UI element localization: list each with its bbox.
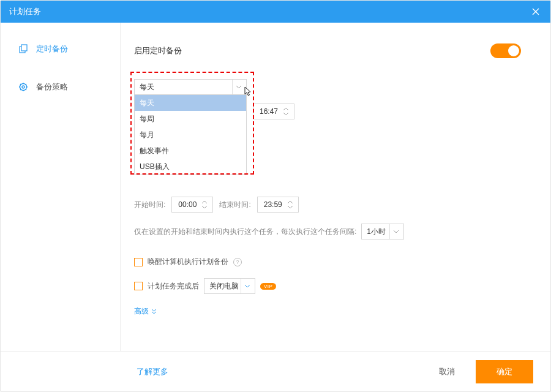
schedule-area: 每天 每天 每周 每月 触发事件 USB插入 (134, 79, 521, 317)
chevron-down-icon (241, 279, 250, 293)
spin-down-icon[interactable] (283, 112, 289, 116)
ok-button[interactable]: 确定 (476, 360, 533, 383)
enable-toggle[interactable] (490, 43, 521, 58)
dropdown-option[interactable]: 每月 (135, 127, 246, 143)
end-label: 结束时间: (219, 200, 250, 210)
sidebar-item-label: 定时备份 (36, 43, 68, 55)
start-label: 开始时间: (134, 200, 165, 210)
sidebar-item-scheduled-backup[interactable]: 定时备份 (1, 37, 120, 61)
svg-point-3 (22, 86, 24, 88)
wake-checkbox[interactable] (134, 258, 143, 266)
after-task-label: 计划任务完成后 (148, 281, 199, 292)
start-time-spinner[interactable]: 00:00 (171, 197, 213, 213)
dropdown-option[interactable]: 每天 (135, 95, 246, 111)
dropdown-option[interactable]: USB插入 (135, 159, 246, 175)
frequency-select[interactable]: 每天 (134, 79, 247, 95)
svg-rect-1 (21, 45, 27, 51)
help-icon[interactable]: ? (233, 258, 242, 266)
enable-row: 启用定时备份 (134, 43, 521, 58)
gear-icon (18, 81, 29, 92)
toggle-knob (508, 45, 519, 56)
interval-row: 仅在设置的开始和结束时间内执行这个任务，每次执行这个任务间隔: 1小时 (134, 224, 521, 239)
time-value: 16:47 (260, 107, 278, 116)
advanced-label: 高级 (134, 306, 149, 317)
sidebar-item-backup-policy[interactable]: 备份策略 (1, 75, 120, 99)
sidebar: 定时备份 备份策略 (1, 23, 121, 351)
after-task-row: 计划任务完成后 关闭电脑 VIP (134, 278, 521, 294)
footer: 了解更多 取消 确定 (1, 351, 550, 391)
sidebar-item-label: 备份策略 (36, 81, 68, 92)
after-task-action-select[interactable]: 关闭电脑 (204, 278, 255, 294)
after-task-action-value: 关闭电脑 (209, 281, 239, 292)
spin-down-icon[interactable] (201, 205, 208, 209)
learn-more-link[interactable]: 了解更多 (137, 366, 168, 377)
dropdown-option[interactable]: 触发事件 (135, 143, 246, 159)
end-time-spinner[interactable]: 23:59 (257, 197, 299, 213)
start-value: 00:00 (178, 200, 197, 209)
chevron-down-icon (389, 224, 399, 239)
cancel-button[interactable]: 取消 (429, 361, 465, 382)
frequency-wrap: 每天 每天 每周 每月 触发事件 USB插入 (134, 79, 521, 95)
interval-text: 仅在设置的开始和结束时间内执行这个任务，每次执行这个任务间隔: (134, 227, 356, 237)
interval-value: 1小时 (367, 227, 386, 237)
spin-up-icon[interactable] (287, 200, 293, 205)
end-value: 23:59 (264, 200, 282, 209)
advanced-link[interactable]: 高级 (134, 306, 157, 317)
titlebar: 计划任务 (1, 1, 550, 23)
content: 定时备份 备份策略 启用定时备份 每天 (1, 23, 550, 351)
frequency-dropdown: 每天 每周 每月 触发事件 USB插入 (134, 94, 247, 175)
interval-select[interactable]: 1小时 (361, 224, 404, 239)
time-spinner[interactable]: 16:47 (253, 104, 294, 119)
double-chevron-down-icon (151, 309, 157, 314)
copy-icon (18, 43, 29, 55)
wake-row: 唤醒计算机执行计划备份 ? (134, 257, 521, 267)
spin-up-icon[interactable] (283, 107, 289, 111)
vip-badge: VIP (260, 283, 276, 290)
wake-label: 唤醒计算机执行计划备份 (148, 257, 228, 267)
chevron-down-icon (232, 80, 241, 94)
dropdown-option[interactable]: 每周 (135, 111, 246, 127)
spin-down-icon[interactable] (287, 205, 293, 209)
spin-up-icon[interactable] (201, 200, 208, 205)
time-range-row: 开始时间: 00:00 结束时间: 23:59 (134, 197, 521, 213)
close-icon[interactable] (530, 6, 542, 18)
window-title: 计划任务 (9, 6, 41, 17)
frequency-value: 每天 (140, 82, 154, 92)
main-panel: 启用定时备份 每天 每天 每周 每月 触发事件 USB (121, 23, 550, 351)
enable-label: 启用定时备份 (134, 45, 182, 56)
after-task-checkbox[interactable] (134, 282, 143, 290)
